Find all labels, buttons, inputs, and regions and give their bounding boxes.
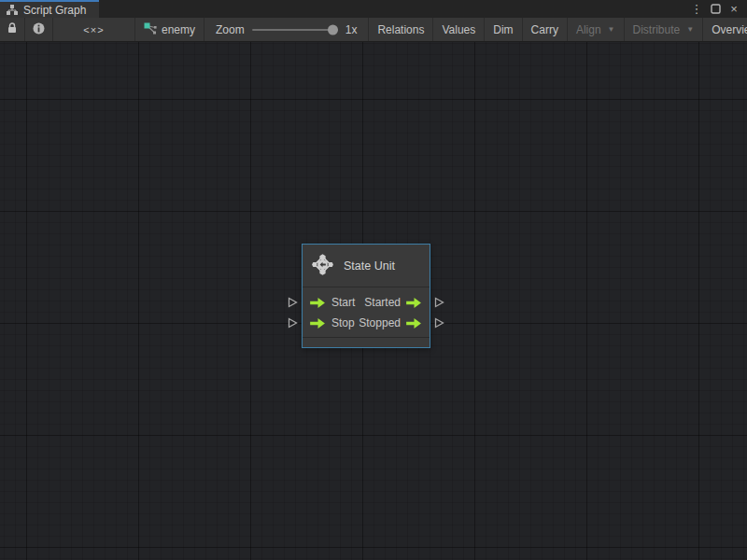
window-controls: ⋮ × (689, 0, 747, 18)
variables-button[interactable]: <×> (53, 18, 135, 41)
node-ports: Start Started Stop Stopped (303, 287, 430, 337)
port-started[interactable]: Started (364, 296, 422, 309)
tab-bar: Script Graph ⋮ × (0, 0, 747, 18)
distribute-label: Distribute (633, 23, 681, 36)
graph-canvas[interactable]: State Unit Start Started (0, 42, 747, 560)
menu-icon[interactable]: ⋮ (689, 2, 704, 17)
dropdown-arrow-icon: ▼ (686, 25, 694, 34)
flow-arrow-icon (406, 297, 422, 309)
output-outlet-stopped[interactable] (434, 317, 444, 329)
port-start[interactable]: Start (310, 296, 355, 309)
port-stopped-label: Stopped (359, 316, 401, 329)
node-footer (303, 337, 430, 347)
lock-icon (7, 22, 17, 36)
dropdown-arrow-icon: ▼ (608, 25, 615, 34)
graph-name-label: enemy (162, 23, 195, 36)
port-start-label: Start (331, 296, 355, 309)
zoom-slider-handle[interactable] (328, 24, 338, 35)
overview-button[interactable]: Overview (702, 18, 747, 41)
zoom-slider[interactable] (252, 29, 338, 31)
tab-label: Script Graph (23, 4, 86, 17)
zoom-value: 1x (345, 23, 358, 36)
tab-script-graph[interactable]: Script Graph (0, 0, 99, 18)
state-machine-icon (311, 253, 334, 279)
node-title: State Unit (344, 259, 395, 273)
relations-button[interactable]: Relations (368, 18, 432, 41)
node-header[interactable]: State Unit (303, 245, 430, 287)
output-outlet-started[interactable] (434, 297, 444, 308)
input-outlet-start[interactable] (288, 297, 298, 308)
dim-button[interactable]: Dim (484, 18, 521, 41)
port-row: Start Started (303, 292, 430, 313)
align-label: Align (576, 23, 601, 36)
port-stop[interactable]: Stop (310, 316, 355, 329)
maximize-icon[interactable] (708, 2, 723, 17)
graph-breadcrumb[interactable]: enemy (135, 18, 204, 41)
relations-label: Relations (377, 23, 424, 36)
distribute-button[interactable]: Distribute ▼ (624, 18, 703, 41)
align-button[interactable]: Align ▼ (567, 18, 624, 41)
inspect-button[interactable] (25, 18, 53, 41)
close-icon[interactable]: × (726, 2, 741, 17)
info-icon (33, 22, 45, 37)
code-variables-icon: <×> (83, 24, 104, 35)
zoom-label: Zoom (216, 23, 245, 36)
input-outlet-stop[interactable] (288, 317, 298, 329)
port-row: Stop Stopped (303, 313, 430, 333)
lock-button[interactable] (0, 18, 25, 41)
values-button[interactable]: Values (432, 18, 484, 41)
state-unit-node[interactable]: State Unit Start Started (302, 244, 430, 348)
graph-node-icon (144, 22, 157, 37)
toolbar: <×> enemy Zoom 1x Relations (0, 18, 747, 42)
flow-arrow-icon (310, 317, 326, 329)
graph-hierarchy-icon (7, 5, 18, 15)
flow-arrow-icon (310, 297, 326, 309)
state-unit-node-group: State Unit Start Started (302, 244, 430, 348)
port-stop-label: Stop (331, 316, 355, 329)
port-started-label: Started (364, 296, 401, 309)
toolbar-right-group: Relations Values Dim Carry Align ▼ Distr… (368, 18, 747, 41)
carry-label: Carry (531, 23, 558, 36)
zoom-control: Zoom 1x (204, 18, 368, 41)
values-label: Values (442, 23, 475, 36)
port-stopped[interactable]: Stopped (359, 316, 422, 329)
dim-label: Dim (493, 23, 513, 36)
carry-button[interactable]: Carry (522, 18, 567, 41)
flow-arrow-icon (406, 317, 422, 329)
script-graph-window: Script Graph ⋮ × (0, 0, 747, 560)
overview-label: Overview (712, 23, 747, 36)
